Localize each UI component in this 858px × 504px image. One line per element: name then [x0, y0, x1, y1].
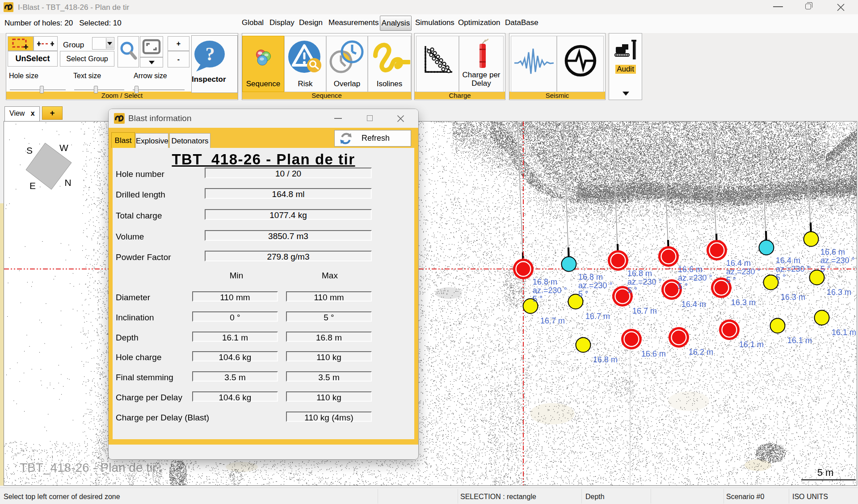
svg-text:az.=230 °: az.=230 ° — [678, 273, 712, 282]
svg-text:5 °: 5 ° — [627, 286, 637, 295]
svg-text:E: E — [29, 181, 36, 191]
svg-text:16.4 m: 16.4 m — [726, 259, 751, 268]
svg-text:16.8 m: 16.8 m — [593, 355, 618, 364]
svg-text:16.3 m: 16.3 m — [731, 298, 756, 307]
svg-text:16.1 m: 16.1 m — [739, 340, 764, 349]
svg-text:5 °: 5 ° — [578, 290, 588, 298]
svg-text:az.=230 °: az.=230 ° — [533, 286, 567, 295]
svg-text:16.4 m: 16.4 m — [776, 256, 800, 265]
svg-text:az.=230 °: az.=230 ° — [820, 256, 855, 265]
svg-text:16.6 m: 16.6 m — [820, 248, 845, 256]
svg-text:16.7 m: 16.7 m — [632, 307, 657, 315]
svg-text:5 °: 5 ° — [820, 265, 830, 273]
svg-text:16.8 m: 16.8 m — [533, 277, 557, 286]
svg-text:S: S — [26, 145, 33, 155]
svg-text:16.8 m: 16.8 m — [627, 269, 652, 278]
svg-text:16.8 m: 16.8 m — [578, 273, 603, 281]
svg-text:TBT_418-26 - Plan de tir: TBT_418-26 - Plan de tir — [20, 461, 157, 475]
svg-text:5 °: 5 ° — [776, 273, 786, 282]
svg-text:5 °: 5 ° — [678, 282, 688, 291]
svg-text:az.=230 °: az.=230 ° — [776, 265, 810, 273]
svg-text:az.=230 °: az.=230 ° — [726, 267, 761, 276]
svg-text:az.=230 °: az.=230 ° — [578, 281, 613, 290]
svg-text:16.4 m: 16.4 m — [681, 300, 706, 309]
svg-text:W: W — [59, 143, 68, 153]
svg-text:16.3 m: 16.3 m — [827, 288, 851, 297]
svg-text:5 °: 5 ° — [533, 294, 543, 303]
svg-text:16.6 m: 16.6 m — [641, 349, 666, 358]
svg-text:?: ? — [206, 44, 215, 64]
svg-text:16.3 m: 16.3 m — [781, 293, 805, 302]
svg-text:az.=230 °: az.=230 ° — [627, 277, 662, 286]
svg-text:16.1 m: 16.1 m — [832, 328, 856, 337]
svg-text:16.7 m: 16.7 m — [585, 312, 610, 321]
svg-text:16.2 m: 16.2 m — [689, 348, 713, 357]
svg-text:16.7 m: 16.7 m — [540, 316, 565, 325]
svg-text:5 m: 5 m — [817, 467, 834, 478]
svg-text:16.1 m: 16.1 m — [787, 336, 812, 345]
svg-text:5 °: 5 ° — [726, 276, 736, 285]
svg-text:N: N — [64, 177, 71, 188]
svg-text:16.6 m: 16.6 m — [678, 265, 702, 274]
